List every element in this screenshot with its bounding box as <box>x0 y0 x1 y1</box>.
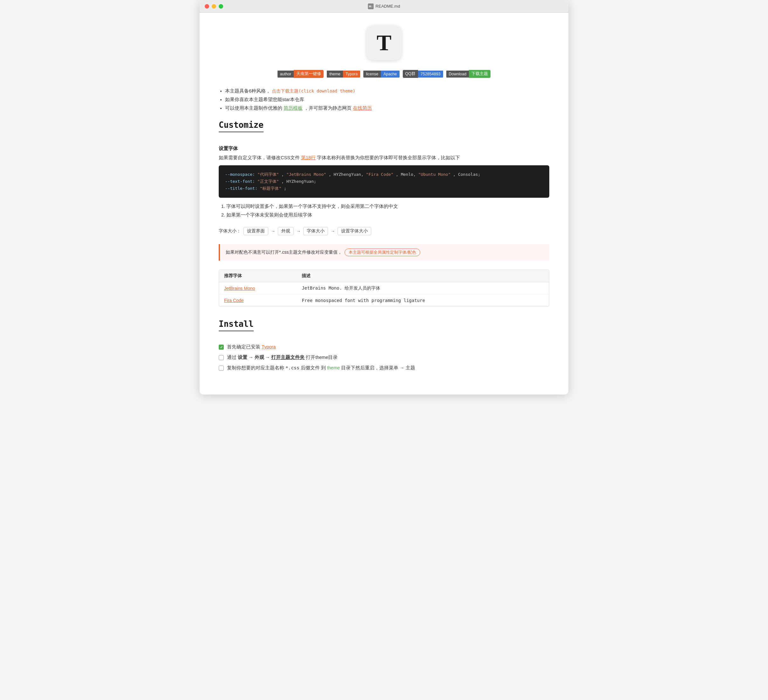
intro-list: 本主题具备6种风格， 点击下载主题(click download theme) … <box>219 88 549 111</box>
close-button[interactable] <box>205 4 209 9</box>
intro-item-1: 本主题具备6种风格， 点击下载主题(click download theme) <box>225 88 549 94</box>
customize-heading: Customize <box>219 120 264 132</box>
font-description: 如果需要自定义字体，请修改CSS文件 第18行 字体名称列表替换为你想要的字体即… <box>219 155 549 161</box>
checkbox-unchecked-3[interactable] <box>219 365 224 371</box>
intro-item-1-text: 本主题具备6种风格， <box>225 88 270 93</box>
badge-qq-left: QQ群 <box>403 70 418 78</box>
font-table-wrapper: 推荐字体 描述 JetBrains Mono JetBrains Mono. 给… <box>219 269 549 306</box>
code-line-1: --monospace: "代码字体" , "JetBrains Mono" ,… <box>225 171 543 178</box>
badge-qq-right: 752854893 <box>418 70 443 78</box>
app-icon-section: T <box>219 26 549 61</box>
title-bar: M↓ README.md <box>200 0 568 13</box>
font-note-2: 如果第一个字体未安装则会使用后续字体 <box>226 212 549 218</box>
step-appearance[interactable]: 外观 <box>278 227 294 235</box>
badge-author-right: 天南第一键修 <box>294 70 323 78</box>
badge-theme-left: theme <box>327 70 343 78</box>
badge-download[interactable]: Download 下载主题 <box>446 70 491 78</box>
table-cell-desc-2: Free monospaced font with programming li… <box>297 295 549 306</box>
checkbox-unchecked-2[interactable] <box>219 355 224 360</box>
customize-section: Customize 设置字体 如果需要自定义字体，请修改CSS文件 第18行 字… <box>219 120 549 306</box>
font-table: 推荐字体 描述 JetBrains Mono JetBrains Mono. 给… <box>219 270 549 306</box>
badge-license-right: Apache <box>381 70 399 78</box>
install-section: Install 首先确定已安装 Typora 通过 设置 → 外观 → 打开主题… <box>219 319 549 371</box>
badge-download-right: 下载主题 <box>469 70 491 78</box>
table-row: JetBrains Mono JetBrains Mono. 给开发人员的字体 <box>219 282 549 295</box>
code-line-2: --text-font: "正文字体" , HYZhengYuan; <box>225 178 543 185</box>
arrow-2: → <box>296 229 301 234</box>
font-note-1: 字体可以同时设置多个，如果第一个字体不支持中文，则会采用第二个字体的中文 <box>226 203 549 210</box>
intro-item-2: 如果你喜欢本主题希望您能star本仓库 <box>225 97 549 103</box>
content-area: T author 天南第一键修 theme Typora license Apa… <box>200 13 568 394</box>
minimize-button[interactable] <box>212 4 216 9</box>
main-window: M↓ README.md T author 天南第一键修 theme Typor… <box>200 0 568 394</box>
line-18-link[interactable]: 第18行 <box>301 155 316 160</box>
code-block: --monospace: "代码字体" , "JetBrains Mono" ,… <box>219 165 549 198</box>
col-header-font: 推荐字体 <box>219 270 297 282</box>
app-icon: T <box>366 26 402 61</box>
app-icon-letter: T <box>377 32 392 54</box>
step-3-text: 复制你想要的对应主题名称 *.css 后缀文件 到 theme 目录下然后重启，… <box>227 365 415 371</box>
badge-theme-right: Typora <box>343 70 360 78</box>
font-size-row: 字体大小： 设置界面 → 外观 → 字体大小 → 设置字体大小 <box>219 227 549 235</box>
online-resume-link[interactable]: 在线简历 <box>353 106 372 111</box>
fira-code-link[interactable]: Fira Code <box>224 298 243 303</box>
alert-box: 如果对配色不满意可以打开*.css主题文件修改对应变量值， 本主题可根据全局属性… <box>219 244 549 261</box>
jetbrains-link[interactable]: JetBrains Mono <box>224 286 255 291</box>
md-icon: M↓ <box>368 3 373 9</box>
alert-link[interactable]: 本主题可根据全局属性定制字体/配色 <box>345 248 420 256</box>
traffic-lights <box>205 4 223 9</box>
badge-author: author 天南第一键修 <box>277 70 323 78</box>
step-2-text: 通过 设置 → 外观 → 打开主题文件夹 打开theme目录 <box>227 354 338 360</box>
font-size-label: 字体大小： <box>219 228 241 234</box>
table-row: Fira Code Free monospaced font with prog… <box>219 295 549 306</box>
step-settings[interactable]: 设置界面 <box>243 227 268 235</box>
badge-license: license Apache <box>363 70 399 78</box>
maximize-button[interactable] <box>219 4 223 9</box>
badge-license-left: license <box>363 70 381 78</box>
font-section: 设置字体 如果需要自定义字体，请修改CSS文件 第18行 字体名称列表替换为你想… <box>219 146 549 218</box>
typora-link[interactable]: Typora <box>262 344 275 349</box>
badge-download-left: Download <box>446 70 469 78</box>
table-cell-font-1: JetBrains Mono <box>219 282 297 295</box>
badge-theme: theme Typora <box>327 70 360 78</box>
install-steps: 首先确定已安装 Typora 通过 设置 → 外观 → 打开主题文件夹 打开th… <box>219 344 549 371</box>
intro-item-3: 可以使用本主题制作优雅的 简历模板 ，并可部署为静态网页 在线简历 <box>225 105 549 111</box>
badge-author-left: author <box>277 70 294 78</box>
install-heading: Install <box>219 319 254 331</box>
arrow-3: → <box>331 229 335 234</box>
badges-row: author 天南第一键修 theme Typora license Apach… <box>219 70 549 78</box>
step-set-font-size[interactable]: 设置字体大小 <box>338 227 371 235</box>
arrow-1: → <box>271 229 275 234</box>
code-line-3: --title-font: "标题字体" ; <box>225 185 543 192</box>
step-1-text: 首先确定已安装 Typora <box>227 344 275 350</box>
install-step-2: 通过 设置 → 外观 → 打开主题文件夹 打开theme目录 <box>219 354 549 360</box>
install-step-1: 首先确定已安装 Typora <box>219 344 549 350</box>
table-cell-desc-1: JetBrains Mono. 给开发人员的字体 <box>297 282 549 295</box>
col-header-desc: 描述 <box>297 270 549 282</box>
resume-template-link[interactable]: 简历模板 <box>283 106 302 111</box>
badge-qq: QQ群 752854893 <box>403 70 443 78</box>
install-step-3: 复制你想要的对应主题名称 *.css 后缀文件 到 theme 目录下然后重启，… <box>219 365 549 371</box>
window-title: M↓ README.md <box>368 3 400 9</box>
font-notes: 字体可以同时设置多个，如果第一个字体不支持中文，则会采用第二个字体的中文 如果第… <box>219 203 549 218</box>
step-font-size[interactable]: 字体大小 <box>303 227 328 235</box>
download-theme-link[interactable]: 点击下载主题(click download theme) <box>272 88 355 93</box>
table-cell-font-2: Fira Code <box>219 295 297 306</box>
alert-text: 如果对配色不满意可以打开*.css主题文件修改对应变量值， <box>226 250 342 255</box>
checkbox-checked-1[interactable] <box>219 344 224 350</box>
font-heading: 设置字体 <box>219 146 549 152</box>
table-header-row: 推荐字体 描述 <box>219 270 549 282</box>
